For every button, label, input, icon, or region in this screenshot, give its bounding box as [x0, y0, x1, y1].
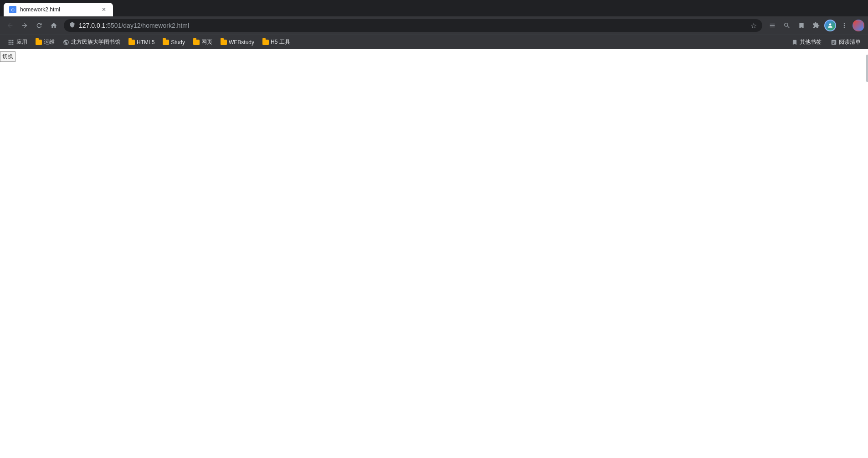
reading-list[interactable]: 阅读清单	[827, 36, 864, 48]
search-button[interactable]	[781, 19, 793, 32]
bookmark-html5[interactable]: HTML5	[125, 37, 158, 47]
active-tab[interactable]: ⊙ homework2.html ✕	[4, 3, 113, 16]
bookmark-webpage-label: 网页	[201, 38, 212, 46]
settings-button[interactable]	[838, 19, 851, 32]
bookmark-webstudy-label: WEBstudy	[229, 39, 254, 46]
tab-favicon: ⊙	[9, 6, 16, 13]
browser-chrome: ⊙ homework2.html ✕ 127.0.0.1:5501/day12/…	[0, 0, 868, 49]
tab-title: homework2.html	[20, 6, 97, 13]
bookmark-yunwei-label: 运维	[44, 38, 55, 46]
reading-list-label: 阅读清单	[839, 38, 861, 46]
folder-icon	[36, 40, 42, 45]
screen-capture-button[interactable]	[766, 19, 779, 32]
bookmark-html5-label: HTML5	[137, 39, 154, 46]
folder-icon	[128, 40, 135, 45]
tab-close-button[interactable]: ✕	[100, 6, 108, 13]
address-port-path: :5501/day12/homework2.html	[105, 22, 189, 29]
tab-bar: ⊙ homework2.html ✕	[0, 0, 868, 16]
home-button[interactable]	[47, 19, 60, 32]
bookmark-webstudy[interactable]: WEBstudy	[217, 37, 258, 47]
bookmark-study[interactable]: Study	[159, 37, 189, 47]
address-text: 127.0.0.1:5501/day12/homework2.html	[79, 22, 747, 29]
bookmarks-right: 其他书签 阅读清单	[788, 36, 864, 48]
right-sidebar-handle[interactable]	[866, 55, 868, 82]
bookmark-star-icon[interactable]: ☆	[750, 21, 757, 30]
bookmark-button[interactable]	[795, 19, 808, 32]
bookmark-apps[interactable]: 应用	[4, 36, 31, 48]
back-button[interactable]	[4, 19, 16, 32]
reload-button[interactable]	[33, 19, 46, 32]
bookmark-library[interactable]: 北方民族大学图书馆	[59, 36, 124, 48]
folder-icon	[262, 40, 269, 45]
bookmarks-bar: 应用 运维 北方民族大学图书馆 HTML5 Study 网页	[0, 35, 868, 49]
bookmark-study-label: Study	[171, 39, 185, 46]
extensions-button[interactable]	[810, 19, 822, 32]
bookmark-h5tools[interactable]: H5 工具	[259, 36, 294, 48]
folder-icon	[193, 40, 200, 45]
folder-icon	[163, 40, 169, 45]
address-host: 127.0.0.1	[79, 22, 105, 29]
bookmark-webpage[interactable]: 网页	[190, 36, 216, 48]
navigation-bar: 127.0.0.1:5501/day12/homework2.html ☆	[0, 16, 868, 35]
bookmark-apps-label: 应用	[16, 38, 27, 46]
address-bar[interactable]: 127.0.0.1:5501/day12/homework2.html ☆	[64, 19, 762, 32]
forward-button[interactable]	[18, 19, 31, 32]
other-bookmarks[interactable]: 其他书签	[788, 36, 825, 48]
account-button[interactable]	[853, 20, 864, 31]
bookmark-h5tools-label: H5 工具	[271, 38, 290, 46]
switch-button[interactable]: 切换	[0, 51, 15, 62]
nav-right-controls	[766, 19, 864, 32]
security-icon	[69, 22, 75, 29]
bookmark-yunwei[interactable]: 运维	[32, 36, 58, 48]
bookmark-library-label: 北方民族大学图书馆	[71, 38, 120, 46]
folder-icon	[221, 40, 227, 45]
profile-avatar[interactable]	[824, 20, 836, 31]
page-content: 切换	[0, 49, 868, 458]
other-bookmarks-label: 其他书签	[800, 38, 822, 46]
